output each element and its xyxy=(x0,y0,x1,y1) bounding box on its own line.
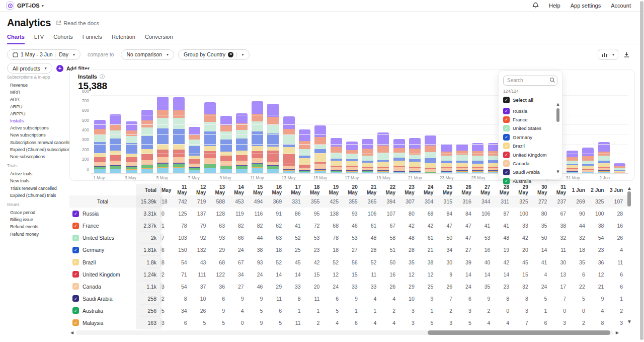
country-checkbox[interactable]: ✓ xyxy=(503,169,510,175)
segment-brazil xyxy=(110,151,121,155)
bar-1-may[interactable] xyxy=(94,120,106,174)
country-row-russia[interactable]: ✓Russia xyxy=(503,107,557,115)
row-checkbox[interactable]: ✓ xyxy=(72,223,79,229)
sidebar-item-arr[interactable]: ARR xyxy=(7,96,69,103)
tab-cohorts[interactable]: Cohorts xyxy=(53,34,73,44)
bar-3-may[interactable] xyxy=(126,121,137,174)
sidebar-item-billing-issue[interactable]: Billing issue xyxy=(7,216,69,223)
bar-14-may[interactable] xyxy=(299,129,310,174)
scroll-left-icon[interactable]: ◀ xyxy=(70,330,73,335)
country-row-saudi-arabia[interactable]: ✓Saudi Arabia xyxy=(503,168,557,176)
bar-1-jun[interactable] xyxy=(582,148,594,174)
h-scroll-thumb[interactable] xyxy=(428,330,610,335)
row-checkbox[interactable]: ✓ xyxy=(72,259,79,265)
bar-25-may[interactable] xyxy=(472,143,484,174)
sidebar-item-non-subscriptions[interactable]: Non-subscriptions xyxy=(7,153,69,160)
bar-11-may[interactable] xyxy=(252,101,263,174)
bar-19-may[interactable] xyxy=(377,132,389,174)
bar-3-jun[interactable] xyxy=(614,163,625,174)
sidebar-item-active-trials[interactable]: Active trials xyxy=(7,170,69,177)
row-checkbox[interactable]: ✓ xyxy=(72,295,79,302)
download-button[interactable] xyxy=(623,51,630,58)
row-checkbox[interactable]: ✓ xyxy=(72,271,79,278)
bar-16-may[interactable] xyxy=(331,138,342,174)
bar-23-may[interactable] xyxy=(441,144,452,174)
country-checkbox[interactable]: ✓ xyxy=(503,108,510,114)
bar-15-may[interactable] xyxy=(314,125,326,174)
page-scrollbar[interactable] xyxy=(640,1,643,340)
x-axis-tick xyxy=(170,175,186,180)
account-link[interactable]: Account xyxy=(611,3,631,9)
date-range-picker[interactable]: 1 May - 3 Jun|Day ▾ xyxy=(7,49,80,60)
bar-22-may[interactable] xyxy=(425,135,436,174)
row-checkbox[interactable]: ✓ xyxy=(72,307,79,314)
sidebar-item-grace-period[interactable]: Grace period xyxy=(7,209,69,216)
sidebar-item-arppu[interactable]: ARPPU xyxy=(7,110,69,117)
tab-charts[interactable]: Charts xyxy=(7,34,25,44)
sidebar-item-arpu[interactable]: ARPU xyxy=(7,103,69,110)
chart-type-button[interactable]: ▾ xyxy=(598,49,618,60)
tab-ltv[interactable]: LTV xyxy=(34,34,44,44)
country-row-france[interactable]: ✓France xyxy=(503,115,557,124)
app-switcher[interactable]: GPT-iOS xyxy=(17,3,40,9)
bar-6-may[interactable] xyxy=(173,97,185,174)
app-logo-icon[interactable] xyxy=(6,2,14,10)
tab-retention[interactable]: Retention xyxy=(112,34,135,44)
bar-13-may[interactable] xyxy=(283,116,295,174)
country-checkbox[interactable]: ✓ xyxy=(503,116,510,123)
bar-17-may[interactable] xyxy=(346,142,358,174)
sidebar-item-installs[interactable]: Installs xyxy=(7,117,69,124)
country-row-canada[interactable]: ✓Canada xyxy=(503,159,557,168)
cell-value: 107 xyxy=(609,198,628,204)
country-row-australia[interactable]: ✓Australia xyxy=(503,177,557,185)
country-row-germany[interactable]: ✓Germany xyxy=(503,133,557,142)
sidebar-item-expired-churned-subscriptions[interactable]: Expired (Churned) subscriptions xyxy=(7,146,69,153)
panel-scrollbar[interactable]: ▲ ▼ xyxy=(555,102,560,174)
country-row-united-kingdom[interactable]: ✓United Kingdom xyxy=(503,150,557,159)
notifications-bell-icon[interactable] xyxy=(532,2,539,9)
country-checkbox[interactable]: ✓ xyxy=(503,152,510,158)
v-scroll-thumb[interactable] xyxy=(627,191,631,207)
sidebar-item-mrr[interactable]: MRR xyxy=(7,89,69,96)
sidebar-item-trials-renewal-cancelled[interactable]: Trials renewal cancelled xyxy=(7,185,69,192)
select-all-row[interactable]: ✓ Select all xyxy=(503,96,557,104)
sidebar-item-expired-churned-trials[interactable]: Expired (Churned) trials xyxy=(7,192,69,199)
help-link[interactable]: Help xyxy=(549,3,560,9)
country-checkbox[interactable]: ✓ xyxy=(503,125,510,131)
country-checkbox[interactable]: ✓ xyxy=(503,143,510,149)
row-checkbox[interactable]: ✓ xyxy=(72,319,79,326)
scroll-up-icon[interactable]: ▲ xyxy=(627,186,632,190)
tab-conversion[interactable]: Conversion xyxy=(145,34,173,44)
comparison-select[interactable]: No comparison▾ xyxy=(121,49,174,60)
read-the-docs-link[interactable]: Read the docs xyxy=(56,20,99,26)
sidebar-item-refund-money[interactable]: Refund money xyxy=(7,231,69,238)
row-checkbox[interactable]: ✓ xyxy=(72,211,79,217)
country-checkbox[interactable]: ✓ xyxy=(503,178,510,184)
cell-value: 52 xyxy=(268,259,287,265)
clear-group-by-icon[interactable]: ✕ xyxy=(228,52,233,57)
country-checkbox[interactable]: ✓ xyxy=(503,160,510,167)
bar-5-may[interactable] xyxy=(157,97,169,174)
scroll-right-icon[interactable]: ▶ xyxy=(616,330,619,335)
row-checkbox[interactable]: ✓ xyxy=(72,283,79,290)
sidebar-item-new-subscriptions[interactable]: New subscriptions xyxy=(7,131,69,139)
sidebar-item-refund-events[interactable]: Refund events xyxy=(7,223,69,230)
bar-4-may[interactable] xyxy=(141,110,153,174)
sidebar-item-active-subscriptions[interactable]: Active subscriptions xyxy=(7,124,69,131)
sidebar-item-new-trials[interactable]: New trials xyxy=(7,177,69,184)
info-icon[interactable]: i xyxy=(100,74,105,79)
country-row-brazil[interactable]: ✓Brazil xyxy=(503,142,557,150)
country-row-united-states[interactable]: ✓United States xyxy=(503,124,557,132)
sidebar-item-subscriptions-renewal-cancelled[interactable]: Subscriptions renewal cancelled xyxy=(7,139,69,146)
group-by-select[interactable]: Group by Country ✕ |▾ xyxy=(178,49,250,60)
row-checkbox[interactable]: ✓ xyxy=(72,235,79,241)
row-checkbox[interactable]: ✓ xyxy=(72,247,79,253)
select-all-checkbox[interactable]: ✓ xyxy=(503,97,510,103)
bar-2-jun[interactable] xyxy=(598,142,610,174)
scroll-down-icon[interactable]: ▼ xyxy=(627,319,632,324)
bar-24-may[interactable] xyxy=(456,144,468,174)
sidebar-item-revenue[interactable]: Revenue xyxy=(7,82,69,89)
country-checkbox[interactable]: ✓ xyxy=(503,134,510,141)
app-settings-link[interactable]: App settings xyxy=(571,3,601,9)
tab-funnels[interactable]: Funnels xyxy=(83,34,102,44)
